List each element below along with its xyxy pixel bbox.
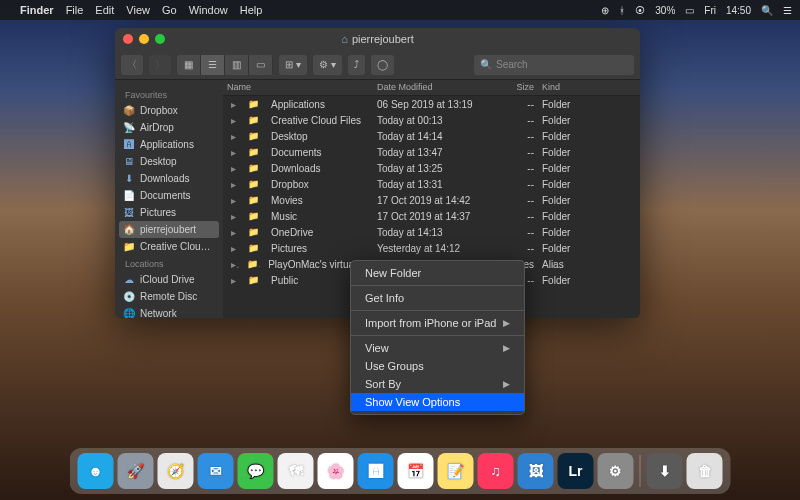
- app-name[interactable]: Finder: [20, 4, 54, 16]
- icon-view-icon[interactable]: ▦: [177, 55, 201, 75]
- disclosure-icon[interactable]: ▸: [227, 225, 240, 240]
- dock-messages[interactable]: 💬: [238, 453, 274, 489]
- file-date: Today at 14:14: [373, 129, 488, 144]
- battery-icon[interactable]: ▭: [685, 5, 694, 16]
- bluetooth-icon[interactable]: ᚼ: [619, 5, 625, 16]
- col-date[interactable]: Date Modified: [373, 80, 488, 95]
- disclosure-icon[interactable]: ▸: [227, 257, 239, 272]
- search-input[interactable]: 🔍 Search: [474, 55, 634, 75]
- menu-help[interactable]: Help: [240, 4, 263, 16]
- col-name[interactable]: Name: [223, 80, 373, 95]
- ctx-new-folder[interactable]: New Folder: [351, 264, 524, 282]
- view-switcher[interactable]: ▦ ☰ ▥ ▭: [177, 55, 273, 75]
- tags-button[interactable]: ◯: [371, 55, 394, 75]
- wifi-icon[interactable]: ⦿: [635, 5, 645, 16]
- sidebar-item-dropbox[interactable]: 📦Dropbox: [115, 102, 223, 119]
- sidebar-item-icloud-drive[interactable]: ☁iCloud Drive: [115, 271, 223, 288]
- dock-notes[interactable]: 📝: [438, 453, 474, 489]
- ctx-import[interactable]: Import from iPhone or iPad▶: [351, 314, 524, 332]
- sidebar-item-remote-disc[interactable]: 💿Remote Disc: [115, 288, 223, 305]
- folder-icon: 📁: [243, 257, 260, 271]
- folder-icon: 📁: [244, 161, 263, 175]
- dock-photos[interactable]: 🌸: [318, 453, 354, 489]
- sidebar-item-creative-clou-[interactable]: 📁Creative Clou…: [115, 238, 223, 255]
- col-kind[interactable]: Kind: [538, 80, 598, 95]
- battery-percent[interactable]: 30%: [655, 5, 675, 16]
- sidebar-item-downloads[interactable]: ⬇Downloads: [115, 170, 223, 187]
- column-view-icon[interactable]: ▥: [225, 55, 249, 75]
- sidebar-item-pictures[interactable]: 🖼Pictures: [115, 204, 223, 221]
- ctx-view[interactable]: View▶: [351, 339, 524, 357]
- list-view-icon[interactable]: ☰: [201, 55, 225, 75]
- forward-button[interactable]: 〉: [149, 55, 171, 75]
- gallery-view-icon[interactable]: ▭: [249, 55, 273, 75]
- sidebar-item-label: Desktop: [140, 156, 177, 167]
- window-title: pierrejoubert: [352, 33, 414, 45]
- back-button[interactable]: 〈: [121, 55, 143, 75]
- disclosure-icon[interactable]: ▸: [227, 241, 240, 256]
- menu-window[interactable]: Window: [189, 4, 228, 16]
- ctx-show-view-options[interactable]: Show View Options: [351, 393, 524, 411]
- disclosure-icon[interactable]: ▸: [227, 193, 240, 208]
- sidebar-item-network[interactable]: 🌐Network: [115, 305, 223, 318]
- disclosure-icon[interactable]: ▸: [227, 113, 240, 128]
- dock-trash[interactable]: 🗑: [687, 453, 723, 489]
- sidebar-item-label: Dropbox: [140, 105, 178, 116]
- search-icon: 🔍: [480, 59, 492, 70]
- dock-mail[interactable]: ✉: [198, 453, 234, 489]
- sidebar-item-airdrop[interactable]: 📡AirDrop: [115, 119, 223, 136]
- action-button[interactable]: ⚙ ▾: [313, 55, 342, 75]
- clock-day[interactable]: Fri: [704, 5, 716, 16]
- menu-view[interactable]: View: [126, 4, 150, 16]
- sidebar-item-pierrejoubert[interactable]: 🏠pierrejoubert: [119, 221, 219, 238]
- menu-go[interactable]: Go: [162, 4, 177, 16]
- file-kind: Folder: [538, 273, 598, 288]
- messages-icon: 💬: [247, 463, 264, 479]
- menu-edit[interactable]: Edit: [95, 4, 114, 16]
- folder-icon: 📄: [123, 190, 135, 201]
- search-placeholder: Search: [496, 59, 528, 70]
- dock-calendar[interactable]: 📅: [398, 453, 434, 489]
- col-size[interactable]: Size: [488, 80, 538, 95]
- share-button[interactable]: ⤴: [348, 55, 365, 75]
- file-name: Creative Cloud Files: [267, 113, 365, 128]
- ctx-get-info[interactable]: Get Info: [351, 289, 524, 307]
- folder-icon: 📁: [244, 145, 263, 159]
- menu-file[interactable]: File: [66, 4, 84, 16]
- dock-appstore[interactable]: 🅰: [358, 453, 394, 489]
- notification-icon[interactable]: ☰: [783, 5, 792, 16]
- dock-preview[interactable]: 🖼: [518, 453, 554, 489]
- folder-icon: 📦: [123, 105, 135, 116]
- sidebar-item-label: Network: [140, 308, 177, 318]
- file-name: Music: [267, 209, 301, 224]
- dock-music[interactable]: ♫: [478, 453, 514, 489]
- dock-downloads[interactable]: ⬇: [647, 453, 683, 489]
- disclosure-icon[interactable]: ▸: [227, 177, 240, 192]
- disclosure-icon[interactable]: ▸: [227, 145, 240, 160]
- chevron-right-icon: ▶: [503, 318, 510, 328]
- location-icon: 💿: [123, 291, 135, 302]
- disclosure-icon[interactable]: ▸: [227, 129, 240, 144]
- sidebar-item-applications[interactable]: 🅰Applications: [115, 136, 223, 153]
- clock-time[interactable]: 14:50: [726, 5, 751, 16]
- sidebar-item-desktop[interactable]: 🖥Desktop: [115, 153, 223, 170]
- disclosure-icon[interactable]: ▸: [227, 97, 240, 112]
- disclosure-icon[interactable]: ▸: [227, 273, 240, 288]
- ctx-use-groups[interactable]: Use Groups: [351, 357, 524, 375]
- status-icon[interactable]: ⊕: [601, 5, 609, 16]
- arrange-button[interactable]: ⊞ ▾: [279, 55, 307, 75]
- disclosure-icon[interactable]: ▸: [227, 209, 240, 224]
- sidebar-item-documents[interactable]: 📄Documents: [115, 187, 223, 204]
- dock-settings[interactable]: ⚙: [598, 453, 634, 489]
- disclosure-icon[interactable]: ▸: [227, 161, 240, 176]
- dock-maps[interactable]: 🗺: [278, 453, 314, 489]
- ctx-sort-by[interactable]: Sort By▶: [351, 375, 524, 393]
- column-headers[interactable]: Name Date Modified Size Kind: [223, 80, 640, 96]
- dock-safari[interactable]: 🧭: [158, 453, 194, 489]
- file-size: --: [488, 129, 538, 144]
- dock-lightroom[interactable]: Lr: [558, 453, 594, 489]
- spotlight-icon[interactable]: 🔍: [761, 5, 773, 16]
- dock-finder[interactable]: ☻: [78, 453, 114, 489]
- file-date: Today at 13:47: [373, 145, 488, 160]
- dock-launchpad[interactable]: 🚀: [118, 453, 154, 489]
